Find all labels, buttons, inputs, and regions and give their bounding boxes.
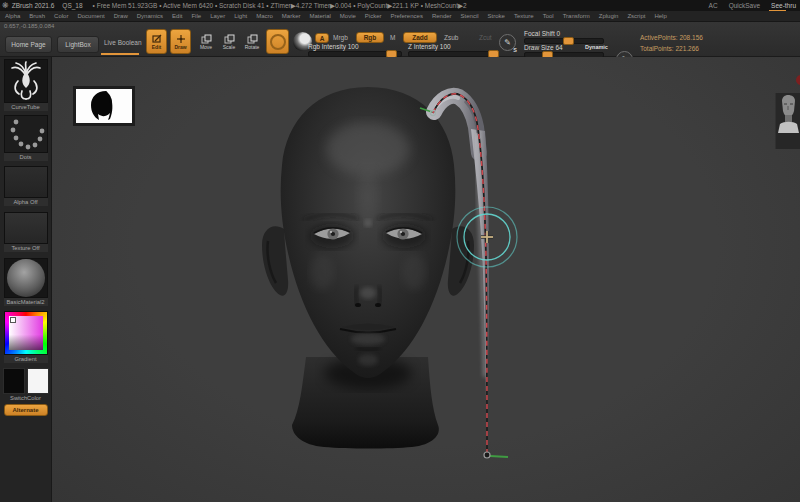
lightbox-button[interactable]: LightBox xyxy=(57,36,99,53)
cursor-coordinates: 0.657,-0.185,0.084 xyxy=(4,23,54,29)
alpha-selector[interactable] xyxy=(4,166,48,198)
scale-button[interactable]: Scale xyxy=(219,29,239,54)
zadd-toggle[interactable]: Zadd xyxy=(403,32,437,43)
menu-item[interactable]: Stencil xyxy=(461,13,479,19)
zcut-label: Zcut xyxy=(479,34,492,41)
m-toggle[interactable]: M xyxy=(390,34,395,41)
main-color-swatch[interactable] xyxy=(3,368,25,394)
z-intensity-slider[interactable]: Z Intensity 100 xyxy=(408,43,498,57)
home-page-button[interactable]: Home Page xyxy=(5,36,52,53)
draw-button[interactable]: Draw xyxy=(170,29,191,54)
menu-item[interactable]: Edit xyxy=(172,13,182,19)
rgb-toggle[interactable]: Rgb xyxy=(356,32,384,43)
menu-item[interactable]: Dynamics xyxy=(137,13,163,19)
move-button[interactable]: Move xyxy=(196,29,216,54)
z-intensity-value: 100 xyxy=(440,43,451,50)
menu-item[interactable]: Movie xyxy=(340,13,356,19)
menu-item[interactable]: File xyxy=(191,13,201,19)
menu-item[interactable]: Render xyxy=(432,13,452,19)
z-intensity-text: Z Intensity 100 xyxy=(408,43,498,50)
rgb-intensity-value: 100 xyxy=(348,43,359,50)
move-cross-icon xyxy=(176,34,186,44)
edit-label: Edit xyxy=(152,45,161,50)
brush-selector[interactable] xyxy=(4,59,48,103)
rgb-intensity-slider[interactable]: Rgb Intensity 100 xyxy=(308,43,402,57)
ring-icon xyxy=(270,34,286,50)
rotate-icon xyxy=(247,34,258,44)
menu-item[interactable]: Alpha xyxy=(5,13,20,19)
focal-shift-slider[interactable]: Focal Shift 0 xyxy=(524,30,604,44)
scene-svg[interactable] xyxy=(52,57,800,502)
menu-item[interactable]: Brush xyxy=(29,13,45,19)
menu-item[interactable]: Layer xyxy=(210,13,225,19)
menu-item[interactable]: Zplugin xyxy=(599,13,619,19)
menu-item[interactable]: Material xyxy=(310,13,331,19)
draw-size-label: Draw Size xyxy=(524,44,554,51)
focal-shift-text: Focal Shift 0 xyxy=(524,30,604,37)
top-shelf: 0.657,-0.185,0.084 Home Page LightBox Li… xyxy=(0,22,800,57)
switch-color-label: SwitchColor xyxy=(4,394,48,402)
live-boolean-label: Live Boolean xyxy=(104,39,142,46)
see-thru-slider[interactable]: See-thru xyxy=(771,2,798,9)
head-model[interactable] xyxy=(262,87,474,449)
texture-selector[interactable] xyxy=(4,212,48,244)
quicksave-button[interactable]: QuickSave xyxy=(729,2,760,9)
alternate-label: Alternate xyxy=(12,407,38,413)
dynamic-toggle[interactable]: Dynamic xyxy=(585,44,608,50)
menu-item[interactable]: Texture xyxy=(514,13,534,19)
zsub-toggle[interactable]: Zsub xyxy=(444,34,458,41)
menu-item[interactable]: Preferences xyxy=(391,13,423,19)
material-selector[interactable] xyxy=(4,258,48,298)
app-version: ZBrush 2021.6 xyxy=(12,2,55,9)
menu-item[interactable]: Light xyxy=(234,13,247,19)
zcut-toggle[interactable]: Zcut xyxy=(479,34,492,41)
draw-size-value: 64 xyxy=(555,44,562,51)
menu-item[interactable]: Tool xyxy=(543,13,554,19)
record-dot-icon xyxy=(796,75,800,85)
rgb-intensity-text: Rgb Intensity 100 xyxy=(308,43,402,50)
menu-item[interactable]: Draw xyxy=(114,13,128,19)
left-tray: CurveTube Dots Alpha Off Texture Off Bas… xyxy=(0,57,52,502)
menu-item[interactable]: Color xyxy=(54,13,68,19)
menu-item[interactable]: Document xyxy=(77,13,104,19)
tool-preview-thumbnail[interactable] xyxy=(775,93,800,149)
active-points-readout: ActivePoints: 208.156 xyxy=(640,34,703,41)
ac-indicator: AC xyxy=(709,2,718,9)
live-boolean-indicator xyxy=(101,53,139,55)
project-name: QS_18 xyxy=(62,2,82,9)
sculpt-viewport[interactable] xyxy=(52,57,800,502)
menu-item[interactable]: Help xyxy=(654,13,666,19)
a-toggle-button[interactable]: A xyxy=(315,33,329,43)
alternate-button[interactable]: Alternate xyxy=(4,404,48,416)
see-thru-label: See-thru xyxy=(771,2,796,9)
curve-end-tangent xyxy=(490,456,508,457)
mrgb-toggle[interactable]: Mrgb xyxy=(333,34,348,41)
move-icon xyxy=(201,34,212,44)
gyro-ring-button[interactable] xyxy=(266,29,289,54)
live-boolean-toggle[interactable]: Live Boolean xyxy=(104,39,142,46)
menu-item[interactable]: Picker xyxy=(365,13,382,19)
color-cursor xyxy=(10,317,16,323)
color-picker[interactable] xyxy=(4,311,48,355)
menu-item[interactable]: Marker xyxy=(282,13,301,19)
frame-pen-icon xyxy=(152,34,162,44)
edit-button[interactable]: Edit xyxy=(146,29,167,54)
menu-item[interactable]: Transform xyxy=(563,13,590,19)
secondary-color-swatch[interactable] xyxy=(27,368,49,394)
lightbox-label: LightBox xyxy=(65,41,90,48)
curvetube-brush-icon xyxy=(8,61,44,101)
menu-item[interactable]: Macro xyxy=(256,13,273,19)
rotate-button[interactable]: Rotate xyxy=(242,29,262,54)
curve-end-point[interactable] xyxy=(484,452,490,458)
material-sphere-icon xyxy=(7,259,45,297)
rgb-label: Rgb xyxy=(364,34,377,41)
m-label: M xyxy=(390,34,395,41)
focal-shift-value: 0 xyxy=(557,30,561,37)
dots-stroke-icon xyxy=(7,117,45,151)
zadd-label: Zadd xyxy=(412,34,428,41)
menu-item[interactable]: Zscript xyxy=(627,13,645,19)
stroke-selector[interactable] xyxy=(4,115,48,153)
lazy-mouse-s-icon[interactable]: ✎S xyxy=(499,34,516,51)
saturation-square[interactable] xyxy=(9,316,43,350)
menu-item[interactable]: Stroke xyxy=(488,13,505,19)
